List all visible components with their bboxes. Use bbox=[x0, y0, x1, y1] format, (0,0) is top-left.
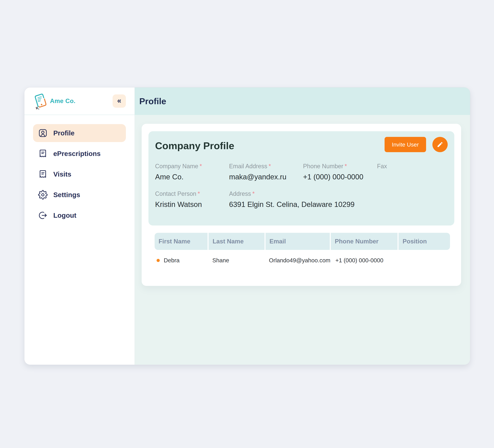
required-asterisk: * bbox=[252, 190, 255, 197]
field-label: Company Name bbox=[155, 163, 198, 170]
user-icon bbox=[38, 128, 48, 138]
sidebar: R x Ame Co. « Profile bbox=[25, 87, 135, 365]
fields-row-1: Company Name* Ame Co. Email Address* mak… bbox=[155, 163, 448, 181]
cell-position bbox=[399, 250, 450, 271]
sidebar-item-eprescriptions[interactable]: ePrescriptions bbox=[33, 145, 126, 163]
receipt-icon bbox=[38, 169, 48, 179]
panel-header-row: Company Profile Invite User bbox=[155, 141, 448, 152]
main-area: Profile Company Profile Invite User bbox=[135, 87, 470, 365]
brand-name: Ame Co. bbox=[50, 98, 75, 105]
column-header-phone-number: Phone Number bbox=[331, 233, 397, 250]
company-profile-panel: Company Profile Invite User bbox=[148, 131, 454, 225]
cell-last-name: Shane bbox=[208, 250, 264, 271]
sidebar-item-label: Visits bbox=[53, 170, 71, 178]
required-asterisk: * bbox=[198, 190, 200, 197]
users-table-header: First Name Last Name Email Phone Number … bbox=[155, 233, 450, 250]
field-value: Kristin Watson bbox=[155, 200, 226, 209]
field-label: Fax bbox=[377, 163, 387, 170]
sidebar-item-profile[interactable]: Profile bbox=[33, 124, 126, 142]
required-asterisk: * bbox=[269, 163, 271, 170]
required-asterisk: * bbox=[200, 163, 202, 170]
sidebar-item-label: ePrescriptions bbox=[53, 150, 101, 158]
sidebar-collapse-button[interactable]: « bbox=[112, 94, 126, 108]
invite-user-button[interactable]: Invite User bbox=[384, 137, 426, 152]
pencil-icon bbox=[437, 141, 443, 148]
column-header-position: Position bbox=[398, 233, 450, 250]
cell-phone-number: +1 (000) 000-0000 bbox=[332, 250, 398, 271]
field-label: Email Address bbox=[229, 163, 267, 170]
page-header: Profile bbox=[135, 87, 470, 115]
field-label: Contact Person bbox=[155, 190, 196, 197]
gear-icon bbox=[38, 190, 48, 200]
field-phone-number: Phone Number* +1 (000) 000-0000 bbox=[303, 163, 374, 181]
sidebar-item-label: Profile bbox=[53, 129, 74, 137]
panel-actions: Invite User bbox=[384, 137, 448, 152]
company-profile-title: Company Profile bbox=[155, 141, 234, 151]
field-value: +1 (000) 000-0000 bbox=[303, 173, 374, 181]
collapse-chevrons-icon: « bbox=[117, 97, 121, 104]
sidebar-item-visits[interactable]: Visits bbox=[33, 165, 126, 183]
logout-icon bbox=[38, 211, 48, 220]
field-contact-person: Contact Person* Kristin Watson bbox=[155, 190, 226, 209]
prescription-pad-logo-icon: R x bbox=[33, 93, 47, 109]
receipt-icon bbox=[38, 149, 48, 158]
content-area: Company Profile Invite User bbox=[135, 115, 470, 286]
users-table: First Name Last Name Email Phone Number … bbox=[155, 233, 450, 271]
cell-email: Orlando49@yahoo.com bbox=[265, 250, 331, 271]
column-header-last-name: Last Name bbox=[209, 233, 264, 250]
cell-first-name: Debra bbox=[155, 250, 207, 271]
edit-profile-button[interactable] bbox=[432, 137, 448, 152]
column-header-first-name: First Name bbox=[155, 233, 208, 250]
field-fax: Fax bbox=[377, 163, 448, 181]
field-value: maka@yandex.ru bbox=[229, 173, 300, 181]
required-asterisk: * bbox=[345, 163, 347, 170]
sidebar-nav: Profile ePrescriptions bbox=[25, 124, 135, 224]
sidebar-item-label: Logout bbox=[53, 212, 76, 219]
sidebar-item-logout[interactable]: Logout bbox=[33, 206, 126, 224]
page-title: Profile bbox=[139, 96, 166, 106]
sidebar-item-label: Settings bbox=[53, 191, 80, 199]
field-value: Ame Co. bbox=[155, 173, 226, 181]
svg-text:x: x bbox=[38, 107, 40, 109]
company-profile-card: Company Profile Invite User bbox=[142, 124, 461, 286]
table-row[interactable]: Debra Shane Orlando49@yahoo.com +1 (000)… bbox=[155, 250, 450, 271]
column-header-email: Email bbox=[266, 233, 330, 250]
field-label: Address bbox=[229, 190, 251, 197]
field-company-name: Company Name* Ame Co. bbox=[155, 163, 226, 181]
sidebar-item-settings[interactable]: Settings bbox=[33, 186, 126, 204]
app-window: R x Ame Co. « Profile bbox=[24, 87, 470, 365]
fields-row-2: Contact Person* Kristin Watson Address* … bbox=[155, 190, 448, 209]
field-address: Address* 6391 Elgin St. Celina, Delaware… bbox=[229, 190, 448, 209]
field-label: Phone Number bbox=[303, 163, 343, 170]
sidebar-header: R x Ame Co. « bbox=[25, 87, 135, 115]
field-email-address: Email Address* maka@yandex.ru bbox=[229, 163, 300, 181]
invite-user-label: Invite User bbox=[392, 141, 419, 148]
field-value: 6391 Elgin St. Celina, Delaware 10299 bbox=[229, 200, 448, 209]
status-dot-icon bbox=[157, 259, 160, 262]
